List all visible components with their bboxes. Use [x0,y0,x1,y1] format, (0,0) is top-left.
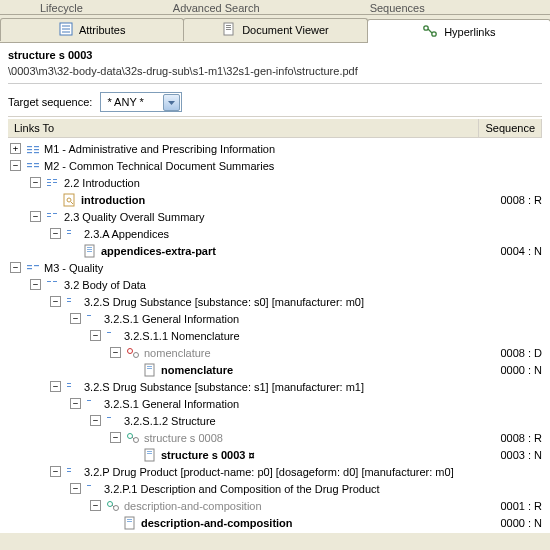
tree-label: 3.2.P.1 Description and Composition of t… [101,483,380,495]
svg-rect-36 [87,247,92,248]
col-sequence[interactable]: Sequence [479,119,542,137]
document-path: \0003\m3\32-body-data\32s-drug-sub\s1-m1… [8,65,542,84]
tree-node-32s12[interactable]: − 3.2.S.1.2 Structure [8,412,542,429]
svg-rect-45 [67,301,71,302]
collapse-icon[interactable]: − [10,160,21,171]
svg-rect-71 [127,521,132,522]
svg-rect-19 [27,166,32,167]
tree-label: 3.2.S.1 General Information [101,313,239,325]
tree-label: M2 - Common Technical Document Summaries [41,160,274,172]
tree-node-22[interactable]: − 2.2 Introduction [8,174,542,191]
svg-rect-52 [147,368,152,369]
svg-point-48 [128,348,133,353]
svg-rect-55 [87,400,91,401]
collapse-icon[interactable]: − [70,313,81,324]
svg-rect-7 [226,29,231,30]
collapse-icon[interactable]: − [50,381,61,392]
svg-rect-16 [34,149,39,150]
svg-rect-23 [47,182,51,183]
tree-node-32s1-gi-1[interactable]: − 3.2.S.1 General Information [8,395,542,412]
svg-rect-32 [53,213,57,214]
collapse-icon[interactable]: − [50,296,61,307]
tree-leaf-nomenclature[interactable]: nomenclature 0000 : N [8,361,542,378]
collapse-icon[interactable]: − [90,415,101,426]
tree-label: description-and-composition [138,517,293,529]
tab-sequences-label: Sequences [370,2,425,14]
tree-node-32s11[interactable]: − 3.2.S.1.1 Nomenclature [8,327,542,344]
tree-label: 3.2.P Drug Product [product-name: p0] [d… [81,466,454,478]
tree-label: description-and-composition [121,500,262,512]
section-icon [105,329,121,343]
tree-leaf-appendices[interactable]: appendices-extra-part 0004 : N [8,242,542,259]
collapse-icon[interactable]: − [70,398,81,409]
page-icon [82,243,98,259]
tree-leaf-structure-0003[interactable]: structure s 0003 ¤ 0003 : N [8,446,542,463]
section-icon [85,312,101,326]
svg-rect-37 [87,249,92,250]
upper-tab-strip: Lifecycle Advanced Search Sequences [0,0,550,15]
tree-leaf-nomenclature-deleted[interactable]: − nomenclature 0008 : D [8,344,542,361]
tree-node-32s-s1[interactable]: − 3.2.S Drug Substance [substance: s1] [… [8,378,542,395]
collapse-icon[interactable]: − [110,432,121,443]
svg-rect-69 [125,517,134,529]
sequence-value: 0008 : R [490,194,542,206]
collapse-icon[interactable]: − [90,330,101,341]
svg-rect-17 [34,152,39,153]
tree-label: nomenclature [158,364,233,376]
section-icon [65,380,81,394]
svg-marker-11 [168,101,175,105]
column-headers: Links To Sequence [8,119,542,138]
collapse-icon[interactable]: − [30,211,41,222]
collapse-icon[interactable]: − [50,228,61,239]
tab-bar: Attributes Document Viewer Hyperlinks [0,15,550,43]
links-tree: + M1 - Administrative and Prescribing In… [8,138,542,533]
svg-rect-56 [107,417,111,418]
expand-icon[interactable]: + [10,143,21,154]
collapse-icon[interactable]: − [110,347,121,358]
tree-label: structure s 0003 ¤ [158,449,255,461]
tree-label: 3.2.S.1.2 Structure [121,415,216,427]
tab-document-viewer[interactable]: Document Viewer [183,18,367,41]
tab-attributes[interactable]: Attributes [0,18,184,41]
document-icon [222,22,236,38]
tree-label: nomenclature [141,347,211,359]
target-sequence-label: Target sequence: [8,96,92,108]
tree-node-23a[interactable]: − 2.3.A Appendices [8,225,542,242]
collapse-icon[interactable]: − [30,279,41,290]
collapse-icon[interactable]: − [10,262,21,273]
target-sequence-combo[interactable]: * ANY * [100,92,182,112]
tree-node-m1[interactable]: + M1 - Administrative and Prescribing In… [8,140,542,157]
tree-node-32s1-gi-0[interactable]: − 3.2.S.1 General Information [8,310,542,327]
tree-node-32p[interactable]: − 3.2.P Drug Product [product-name: p0] … [8,463,542,480]
section-icon [65,295,81,309]
section-icon [85,397,101,411]
tree-leaf-structure-0008[interactable]: − structure s 0008 0008 : R [8,429,542,446]
section-icon [45,278,61,292]
tree-node-23[interactable]: − 2.3 Quality Overall Summary [8,208,542,225]
collapse-icon[interactable]: − [30,177,41,188]
collapse-icon[interactable]: − [50,466,61,477]
collapse-icon[interactable]: − [90,500,101,511]
svg-rect-15 [34,146,39,147]
col-links-to[interactable]: Links To [8,119,479,137]
section-icon [85,482,101,496]
tree-leaf-introduction[interactable]: introduction 0008 : R [8,191,542,208]
tree-node-m3[interactable]: − M3 - Quality [8,259,542,276]
tab-hyperlinks[interactable]: Hyperlinks [367,19,550,43]
svg-rect-64 [67,471,71,472]
tree-node-32p1[interactable]: − 3.2.P.1 Description and Composition of… [8,480,542,497]
svg-rect-65 [87,485,91,486]
svg-rect-62 [147,453,152,454]
tree-node-m2[interactable]: − M2 - Common Technical Document Summari… [8,157,542,174]
section-icon [45,210,61,224]
tree-node-32s-s0[interactable]: − 3.2.S Drug Substance [substance: s0] [… [8,293,542,310]
attributes-icon [59,22,73,38]
tree-leaf-desc-comp-dim[interactable]: − description-and-composition 0001 : R [8,497,542,514]
section-icon [45,176,61,190]
tree-leaf-desc-comp[interactable]: description-and-composition 0000 : N [8,514,542,531]
sequence-value: 0008 : R [490,432,542,444]
collapse-icon[interactable]: − [70,483,81,494]
svg-line-68 [112,505,114,507]
tree-node-32[interactable]: − 3.2 Body of Data [8,276,542,293]
svg-rect-6 [226,27,231,28]
